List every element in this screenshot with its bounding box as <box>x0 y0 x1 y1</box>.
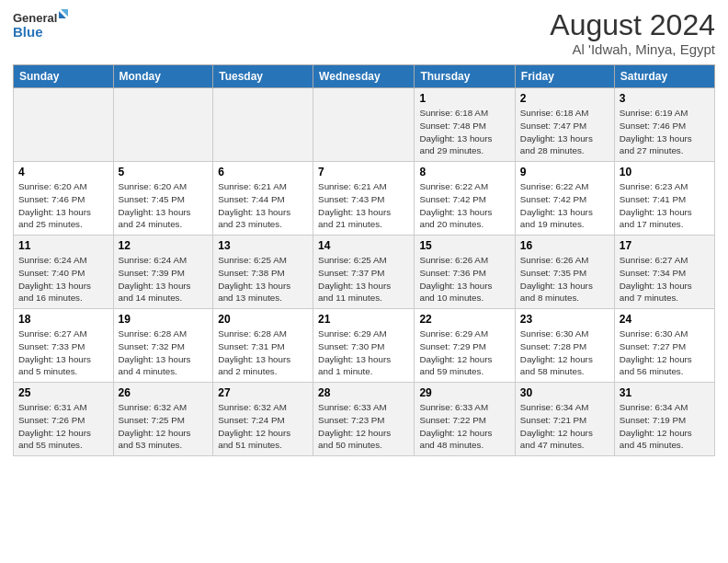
day-number: 29 <box>419 386 509 399</box>
table-row: 23Sunrise: 6:30 AM Sunset: 7:28 PM Dayli… <box>515 309 614 383</box>
day-number: 25 <box>18 386 108 399</box>
calendar-body: 1Sunrise: 6:18 AM Sunset: 7:48 PM Daylig… <box>14 88 715 456</box>
day-info: Sunrise: 6:21 AM Sunset: 7:43 PM Dayligh… <box>318 180 409 231</box>
logo-svg: General Blue <box>13 9 68 42</box>
day-info: Sunrise: 6:34 AM Sunset: 7:19 PM Dayligh… <box>620 401 710 452</box>
col-tuesday: Tuesday <box>213 65 313 88</box>
day-info: Sunrise: 6:30 AM Sunset: 7:27 PM Dayligh… <box>620 327 710 378</box>
col-friday: Friday <box>515 65 614 88</box>
page-container: General Blue August 2024 Al 'Idwah, Miny… <box>0 0 728 465</box>
table-row: 20Sunrise: 6:28 AM Sunset: 7:31 PM Dayli… <box>213 309 313 383</box>
table-row <box>14 88 114 162</box>
col-monday: Monday <box>113 65 213 88</box>
table-row: 13Sunrise: 6:25 AM Sunset: 7:38 PM Dayli… <box>213 236 313 309</box>
day-number: 8 <box>419 166 509 178</box>
day-number: 15 <box>419 239 509 252</box>
table-row: 8Sunrise: 6:22 AM Sunset: 7:42 PM Daylig… <box>415 162 515 236</box>
day-info: Sunrise: 6:18 AM Sunset: 7:47 PM Dayligh… <box>520 107 609 157</box>
day-number: 1 <box>419 92 509 105</box>
table-row <box>313 88 415 162</box>
table-row: 29Sunrise: 6:33 AM Sunset: 7:22 PM Dayli… <box>415 383 515 456</box>
svg-text:General: General <box>13 11 57 25</box>
title-section: August 2024 Al 'Idwah, Minya, Egypt <box>550 9 715 57</box>
day-info: Sunrise: 6:21 AM Sunset: 7:44 PM Dayligh… <box>218 180 308 231</box>
day-info: Sunrise: 6:29 AM Sunset: 7:30 PM Dayligh… <box>318 327 409 378</box>
calendar-week-row: 11Sunrise: 6:24 AM Sunset: 7:40 PM Dayli… <box>14 236 715 309</box>
day-number: 4 <box>18 166 108 178</box>
header: General Blue August 2024 Al 'Idwah, Miny… <box>13 9 715 57</box>
table-row: 11Sunrise: 6:24 AM Sunset: 7:40 PM Dayli… <box>14 236 114 309</box>
day-number: 31 <box>620 386 710 399</box>
day-info: Sunrise: 6:32 AM Sunset: 7:25 PM Dayligh… <box>119 401 209 452</box>
day-info: Sunrise: 6:24 AM Sunset: 7:40 PM Dayligh… <box>18 254 108 304</box>
day-info: Sunrise: 6:22 AM Sunset: 7:42 PM Dayligh… <box>520 180 609 231</box>
table-row: 9Sunrise: 6:22 AM Sunset: 7:42 PM Daylig… <box>515 162 614 236</box>
day-info: Sunrise: 6:22 AM Sunset: 7:42 PM Dayligh… <box>419 180 509 231</box>
table-row: 27Sunrise: 6:32 AM Sunset: 7:24 PM Dayli… <box>213 383 313 456</box>
table-row <box>113 88 213 162</box>
day-number: 26 <box>119 386 209 399</box>
col-thursday: Thursday <box>415 65 515 88</box>
table-row: 7Sunrise: 6:21 AM Sunset: 7:43 PM Daylig… <box>313 162 415 236</box>
day-info: Sunrise: 6:34 AM Sunset: 7:21 PM Dayligh… <box>520 401 609 452</box>
calendar-week-row: 18Sunrise: 6:27 AM Sunset: 7:33 PM Dayli… <box>14 309 715 383</box>
table-row: 2Sunrise: 6:18 AM Sunset: 7:47 PM Daylig… <box>515 88 614 162</box>
day-number: 12 <box>119 239 209 252</box>
table-row: 6Sunrise: 6:21 AM Sunset: 7:44 PM Daylig… <box>213 162 313 236</box>
col-wednesday: Wednesday <box>313 65 415 88</box>
calendar-week-row: 1Sunrise: 6:18 AM Sunset: 7:48 PM Daylig… <box>14 88 715 162</box>
day-info: Sunrise: 6:28 AM Sunset: 7:31 PM Dayligh… <box>218 327 308 378</box>
day-number: 5 <box>119 166 209 178</box>
day-info: Sunrise: 6:19 AM Sunset: 7:46 PM Dayligh… <box>620 107 710 157</box>
month-title: August 2024 <box>550 9 715 41</box>
table-row: 5Sunrise: 6:20 AM Sunset: 7:45 PM Daylig… <box>113 162 213 236</box>
svg-text:Blue: Blue <box>13 24 43 40</box>
day-number: 17 <box>620 239 710 252</box>
col-sunday: Sunday <box>14 65 114 88</box>
table-row: 15Sunrise: 6:26 AM Sunset: 7:36 PM Dayli… <box>415 236 515 309</box>
table-row: 26Sunrise: 6:32 AM Sunset: 7:25 PM Dayli… <box>113 383 213 456</box>
day-number: 20 <box>218 313 308 326</box>
day-number: 30 <box>520 386 609 399</box>
day-number: 10 <box>620 166 710 178</box>
logo: General Blue <box>13 9 68 42</box>
table-row: 3Sunrise: 6:19 AM Sunset: 7:46 PM Daylig… <box>614 88 714 162</box>
day-number: 9 <box>520 166 609 178</box>
day-number: 23 <box>520 313 609 326</box>
day-number: 19 <box>119 313 209 326</box>
table-row: 4Sunrise: 6:20 AM Sunset: 7:46 PM Daylig… <box>14 162 114 236</box>
day-info: Sunrise: 6:20 AM Sunset: 7:46 PM Dayligh… <box>18 180 108 231</box>
calendar-week-row: 4Sunrise: 6:20 AM Sunset: 7:46 PM Daylig… <box>14 162 715 236</box>
location-subtitle: Al 'Idwah, Minya, Egypt <box>550 41 715 57</box>
day-number: 22 <box>419 313 509 326</box>
day-number: 11 <box>18 239 108 252</box>
day-info: Sunrise: 6:29 AM Sunset: 7:29 PM Dayligh… <box>419 327 509 378</box>
table-row: 12Sunrise: 6:24 AM Sunset: 7:39 PM Dayli… <box>113 236 213 309</box>
day-info: Sunrise: 6:33 AM Sunset: 7:22 PM Dayligh… <box>419 401 509 452</box>
calendar-header-row: Sunday Monday Tuesday Wednesday Thursday… <box>14 65 715 88</box>
day-info: Sunrise: 6:20 AM Sunset: 7:45 PM Dayligh… <box>119 180 209 231</box>
day-number: 21 <box>318 313 409 326</box>
day-number: 18 <box>18 313 108 326</box>
table-row: 24Sunrise: 6:30 AM Sunset: 7:27 PM Dayli… <box>614 309 714 383</box>
calendar-table: Sunday Monday Tuesday Wednesday Thursday… <box>13 64 715 456</box>
day-info: Sunrise: 6:25 AM Sunset: 7:38 PM Dayligh… <box>218 254 308 304</box>
day-number: 14 <box>318 239 409 252</box>
day-number: 2 <box>520 92 609 105</box>
table-row: 1Sunrise: 6:18 AM Sunset: 7:48 PM Daylig… <box>415 88 515 162</box>
day-info: Sunrise: 6:28 AM Sunset: 7:32 PM Dayligh… <box>119 327 209 378</box>
day-info: Sunrise: 6:18 AM Sunset: 7:48 PM Dayligh… <box>419 107 509 157</box>
day-number: 24 <box>620 313 710 326</box>
day-number: 16 <box>520 239 609 252</box>
day-info: Sunrise: 6:24 AM Sunset: 7:39 PM Dayligh… <box>119 254 209 304</box>
table-row: 31Sunrise: 6:34 AM Sunset: 7:19 PM Dayli… <box>614 383 714 456</box>
day-info: Sunrise: 6:26 AM Sunset: 7:35 PM Dayligh… <box>520 254 609 304</box>
col-saturday: Saturday <box>614 65 714 88</box>
table-row: 21Sunrise: 6:29 AM Sunset: 7:30 PM Dayli… <box>313 309 415 383</box>
day-info: Sunrise: 6:27 AM Sunset: 7:34 PM Dayligh… <box>620 254 710 304</box>
table-row: 30Sunrise: 6:34 AM Sunset: 7:21 PM Dayli… <box>515 383 614 456</box>
day-number: 3 <box>620 92 710 105</box>
day-info: Sunrise: 6:33 AM Sunset: 7:23 PM Dayligh… <box>318 401 409 452</box>
table-row: 18Sunrise: 6:27 AM Sunset: 7:33 PM Dayli… <box>14 309 114 383</box>
table-row: 17Sunrise: 6:27 AM Sunset: 7:34 PM Dayli… <box>614 236 714 309</box>
